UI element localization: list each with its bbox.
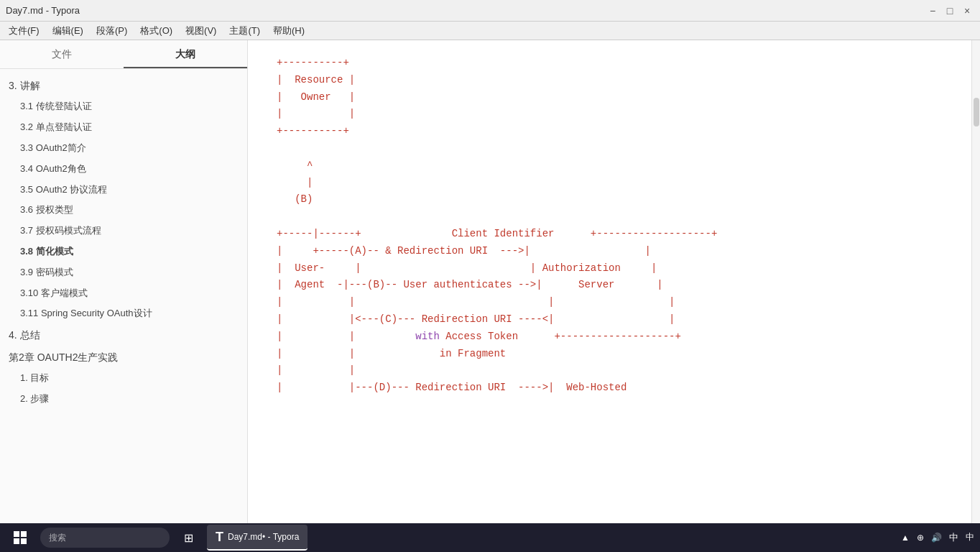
menu-item-e[interactable]: 编辑(E) xyxy=(47,23,89,39)
svg-rect-1 xyxy=(21,531,27,537)
start-button[interactable] xyxy=(6,525,34,551)
svg-rect-2 xyxy=(14,538,19,544)
outline-item-2[interactable]: 3.2 单点登陆认证 xyxy=(0,117,247,138)
taskview-button[interactable]: ⊞ xyxy=(175,525,201,551)
menu-bar: 文件(F)编辑(E)段落(P)格式(O)视图(V)主题(T)帮助(H) xyxy=(0,22,980,40)
taskbar-right: ▲ ⊕ 🔊 中 中 xyxy=(901,531,974,544)
outline-item-8[interactable]: 3.8 简化模式 xyxy=(0,242,247,262)
taskbar: 搜索 ⊞ T Day7.md• - Typora ▲ ⊕ 🔊 中 中 xyxy=(0,523,980,552)
outline-item-3[interactable]: 3.3 OAuth2简介 xyxy=(0,138,247,159)
taskbar-app-typora[interactable]: T Day7.md• - Typora xyxy=(207,525,308,551)
taskbar-search[interactable]: 搜索 xyxy=(40,528,170,548)
tab-files[interactable]: 文件 xyxy=(0,42,124,68)
right-scrollbar[interactable] xyxy=(971,40,980,529)
outline-item-11[interactable]: 3.11 Spring Security OAuth设计 xyxy=(0,303,247,324)
menu-item-v[interactable]: 视图(V) xyxy=(180,23,222,39)
outline-item-10[interactable]: 3.10 客户端模式 xyxy=(0,283,247,304)
outline-item-1[interactable]: 3.1 传统登陆认证 xyxy=(0,96,247,117)
tray-network[interactable]: ⊕ xyxy=(917,533,924,543)
outline-item-0[interactable]: 3. 讲解 xyxy=(0,75,247,96)
main-content: +----------+ | Resource | | Owner | | | … xyxy=(248,40,971,529)
outline-item-14[interactable]: 1. 目标 xyxy=(0,368,247,389)
app-body: 文件 大纲 3. 讲解3.1 传统登陆认证3.2 单点登陆认证3.3 OAuth… xyxy=(0,40,980,529)
outline-item-7[interactable]: 3.7 授权码模式流程 xyxy=(0,221,247,242)
outline-item-15[interactable]: 2. 步骤 xyxy=(0,389,247,410)
outline-item-12[interactable]: 4. 总结 xyxy=(0,324,247,346)
tray-expand[interactable]: ▲ xyxy=(901,533,910,543)
window-title: Day7.md - Typora xyxy=(6,5,80,16)
menu-item-h[interactable]: 帮助(H) xyxy=(267,23,310,39)
outline-item-4[interactable]: 3.4 OAuth2角色 xyxy=(0,159,247,180)
outline-item-5[interactable]: 3.5 OAuth2 协议流程 xyxy=(0,180,247,201)
maximize-button[interactable]: □ xyxy=(943,4,957,18)
menu-item-p[interactable]: 段落(P) xyxy=(91,23,133,39)
menu-item-t[interactable]: 主题(T) xyxy=(223,23,266,39)
close-button[interactable]: × xyxy=(960,4,974,18)
tray-volume[interactable]: 🔊 xyxy=(931,533,942,543)
sidebar-tabs: 文件 大纲 xyxy=(0,40,247,69)
svg-rect-0 xyxy=(14,531,19,537)
window-controls: − □ × xyxy=(925,4,974,18)
ime-indicator[interactable]: 中 xyxy=(949,531,958,544)
taskbar-left: 搜索 ⊞ T Day7.md• - Typora xyxy=(6,525,308,551)
outline-item-13[interactable]: 第2章 OAUTH2生产实践 xyxy=(0,346,247,368)
outline-list: 3. 讲解3.1 传统登陆认证3.2 单点登陆认证3.3 OAuth2简介3.4… xyxy=(0,69,247,529)
sidebar: 文件 大纲 3. 讲解3.1 传统登陆认证3.2 单点登陆认证3.3 OAuth… xyxy=(0,40,248,529)
title-bar: Day7.md - Typora − □ × xyxy=(0,0,980,22)
taskbar-clock[interactable]: 中 xyxy=(966,532,974,543)
editor-area[interactable]: +----------+ | Resource | | Owner | | | … xyxy=(248,40,971,529)
scrollbar-thumb[interactable] xyxy=(974,98,979,126)
code-content: +----------+ | Resource | | Owner | | | … xyxy=(277,55,943,397)
outline-item-9[interactable]: 3.9 密码模式 xyxy=(0,262,247,283)
minimize-button[interactable]: − xyxy=(925,4,940,18)
menu-item-f[interactable]: 文件(F) xyxy=(3,23,45,39)
tab-outline[interactable]: 大纲 xyxy=(124,42,247,68)
menu-item-o[interactable]: 格式(O) xyxy=(134,23,178,39)
svg-rect-3 xyxy=(21,538,27,544)
outline-item-6[interactable]: 3.6 授权类型 xyxy=(0,200,247,221)
taskbar-app-label: Day7.md• - Typora xyxy=(228,532,299,542)
